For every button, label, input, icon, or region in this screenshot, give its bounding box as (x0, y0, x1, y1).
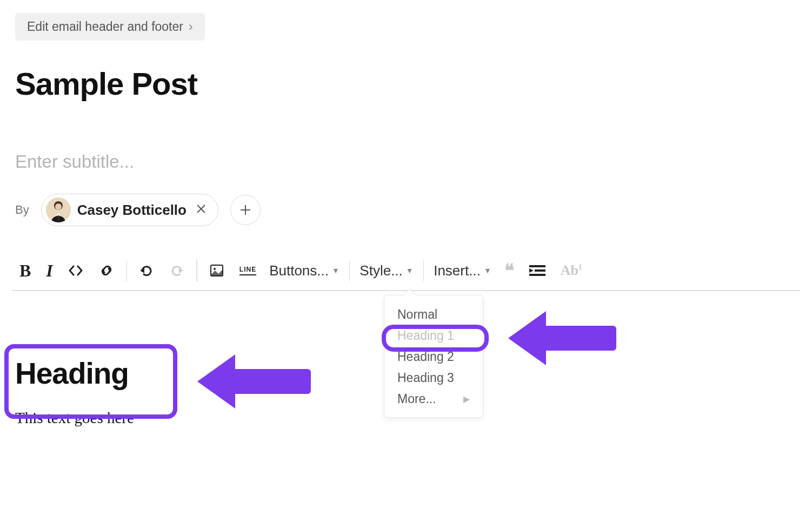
byline: By Casey Botticello (15, 194, 812, 226)
more-label: More... (397, 392, 436, 406)
line-icon: LINE (239, 266, 256, 275)
remove-author-button[interactable] (196, 203, 206, 217)
insert-dropdown[interactable]: Insert... ▼ (428, 259, 497, 282)
style-option-heading-3[interactable]: Heading 3 (384, 367, 483, 389)
annotation-arrow-left (197, 354, 316, 409)
plus-icon (239, 204, 251, 216)
quote-button[interactable]: ❝ (497, 259, 522, 282)
code-button[interactable] (61, 259, 91, 282)
chevron-right-icon: ▶ (463, 394, 470, 404)
bold-icon: B (19, 261, 31, 281)
top-link-label: Edit email header and footer (27, 19, 183, 34)
close-icon (196, 204, 206, 214)
style-dropdown[interactable]: Style... ▼ (354, 259, 418, 282)
toolbar-separator (349, 260, 350, 281)
caret-down-icon: ▼ (332, 266, 340, 275)
add-author-button[interactable] (230, 195, 261, 225)
image-icon (209, 263, 224, 278)
style-option-more[interactable]: More... ▶ (384, 389, 483, 410)
toolbar-separator (127, 260, 128, 281)
annotation-arrow-right (508, 311, 616, 365)
style-dropdown-menu: Normal Heading 1 Heading 2 Heading 3 Mor… (384, 295, 483, 418)
link-button[interactable] (91, 259, 122, 282)
toolbar-separator (423, 260, 424, 281)
redo-button[interactable] (162, 259, 192, 282)
code-icon (68, 263, 83, 278)
quote-icon: ❝ (504, 260, 514, 281)
svg-rect-12 (529, 265, 545, 267)
svg-rect-14 (529, 274, 545, 276)
avatar (46, 197, 71, 222)
indent-icon (529, 264, 545, 277)
formatting-toolbar: B I LINE Buttons.. (12, 259, 800, 291)
svg-rect-13 (535, 269, 545, 272)
svg-rect-3 (58, 215, 59, 221)
buttons-label: Buttons... (269, 262, 329, 279)
post-title[interactable]: Sample Post (15, 65, 812, 102)
caret-down-icon: ▼ (406, 266, 414, 275)
svg-marker-15 (529, 268, 534, 273)
link-icon (98, 262, 115, 279)
style-option-heading-1[interactable]: Heading 1 (384, 325, 483, 346)
chevron-right-icon: › (189, 19, 193, 34)
author-name: Casey Botticello (77, 202, 187, 219)
image-button[interactable] (202, 259, 232, 282)
italic-button[interactable]: I (38, 259, 60, 282)
caret-down-icon: ▼ (484, 266, 491, 275)
insert-label: Insert... (434, 262, 481, 279)
author-chip[interactable]: Casey Botticello (41, 194, 218, 226)
undo-icon (139, 263, 154, 278)
buttons-dropdown[interactable]: Buttons... ▼ (264, 259, 345, 282)
svg-point-11 (214, 268, 216, 270)
italic-icon: I (46, 261, 52, 281)
redo-icon (169, 263, 184, 278)
edit-email-header-footer-link[interactable]: Edit email header and footer › (15, 13, 205, 41)
bold-button[interactable]: B (12, 259, 38, 282)
footnote-icon: Ab1 (561, 262, 582, 279)
style-label: Style... (360, 262, 402, 279)
svg-point-2 (55, 203, 62, 210)
indent-button[interactable] (522, 259, 553, 282)
undo-button[interactable] (131, 259, 162, 282)
style-option-normal[interactable]: Normal (384, 304, 483, 325)
line-button[interactable]: LINE (232, 259, 264, 282)
subtitle-input[interactable]: Enter subtitle... (15, 152, 812, 172)
toolbar-separator (196, 260, 197, 281)
by-label: By (15, 203, 29, 217)
footnote-button[interactable]: Ab1 (553, 259, 590, 282)
style-option-heading-2[interactable]: Heading 2 (384, 346, 483, 367)
editor-heading[interactable]: Heading (15, 356, 129, 391)
